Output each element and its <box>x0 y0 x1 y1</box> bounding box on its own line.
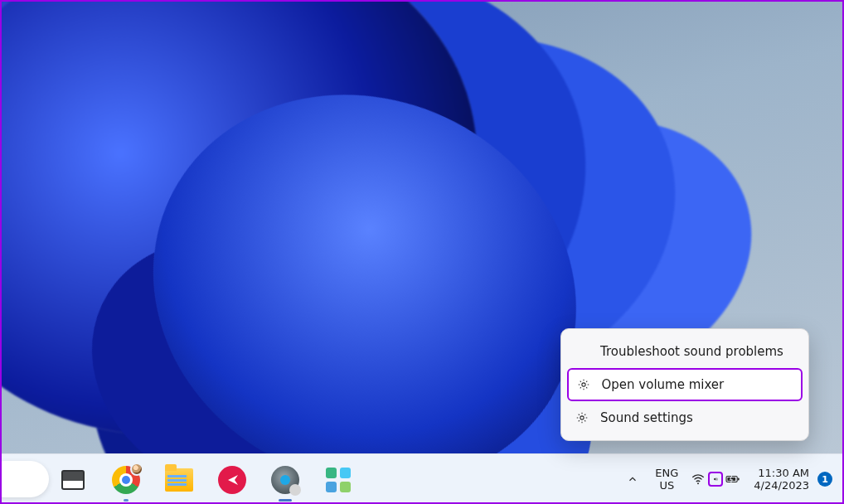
taskbar: ENG US 11:30 AM 4/24/2023 1 <box>0 453 844 504</box>
desktop[interactable]: Troubleshoot sound problems Open volume … <box>0 0 844 504</box>
file-explorer-taskbar-button[interactable] <box>161 462 197 498</box>
svg-rect-4 <box>738 478 740 481</box>
language-line2: US <box>649 479 684 492</box>
language-indicator[interactable]: ENG US <box>649 467 684 492</box>
svg-rect-5 <box>728 477 736 481</box>
menu-item-troubleshoot-sound[interactable]: Troubleshoot sound problems <box>567 335 803 368</box>
svg-point-1 <box>580 416 584 419</box>
language-line1: ENG <box>649 467 684 479</box>
pinned-app-circle-button[interactable] <box>214 462 250 498</box>
quick-settings-button[interactable] <box>687 468 744 490</box>
profile-avatar-icon <box>130 463 143 476</box>
gear-icon <box>575 411 589 424</box>
sound-context-menu: Troubleshoot sound problems Open volume … <box>560 328 809 441</box>
wifi-icon <box>691 472 706 487</box>
system-tray: ENG US 11:30 AM 4/24/2023 1 <box>619 454 839 504</box>
svg-point-0 <box>581 383 584 386</box>
svg-point-2 <box>697 482 699 484</box>
battery-icon <box>725 472 740 487</box>
settings-taskbar-button[interactable] <box>267 462 303 498</box>
grid-app-icon <box>326 468 351 492</box>
chrome-taskbar-button[interactable] <box>108 462 144 498</box>
send-icon <box>218 466 246 494</box>
task-view-icon <box>61 470 85 490</box>
task-view-button[interactable] <box>55 462 91 498</box>
clock-time: 11:30 AM <box>754 467 809 479</box>
clock-date: 4/24/2023 <box>754 479 809 492</box>
settings-icon <box>271 466 299 494</box>
menu-item-sound-settings[interactable]: Sound settings <box>567 401 803 434</box>
menu-item-label: Troubleshoot sound problems <box>600 344 783 359</box>
menu-item-label: Sound settings <box>600 410 693 425</box>
show-hidden-icons-button[interactable] <box>619 463 646 496</box>
menu-item-label: Open volume mixer <box>602 377 725 392</box>
widgets-button[interactable] <box>0 461 49 497</box>
volume-icon[interactable] <box>708 472 723 487</box>
notification-center-button[interactable]: 1 <box>817 472 832 487</box>
menu-item-open-volume-mixer[interactable]: Open volume mixer <box>567 368 803 401</box>
taskbar-pinned-apps <box>55 454 357 504</box>
pinned-app-grid-button[interactable] <box>320 462 357 498</box>
clock[interactable]: 11:30 AM 4/24/2023 <box>754 467 809 492</box>
chevron-up-icon <box>627 473 638 485</box>
notification-count: 1 <box>822 474 828 485</box>
chrome-icon <box>112 466 140 494</box>
gear-icon <box>577 378 590 391</box>
file-explorer-icon <box>165 468 193 492</box>
